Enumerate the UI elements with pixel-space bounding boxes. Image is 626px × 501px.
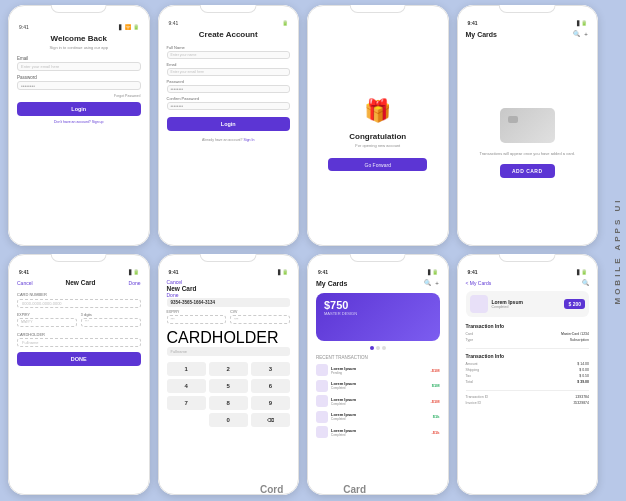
back-button[interactable]: < My Cards <box>466 280 492 286</box>
expiry-input[interactable]: *** <box>167 315 227 324</box>
numpad-1[interactable]: 1 <box>167 362 206 376</box>
merchant-icon <box>470 295 488 313</box>
done-link[interactable]: Done <box>129 280 141 286</box>
status-bar: 9:41 ▋🔋 <box>466 269 590 275</box>
numpad-0[interactable]: 0 <box>209 413 248 427</box>
phone-congratulation: 🎁 Congratulation For opening new account… <box>307 5 449 246</box>
numpad-5[interactable]: 5 <box>209 379 248 393</box>
add-icon[interactable]: ＋ <box>583 30 589 39</box>
create-account-title: Create Account <box>167 30 291 39</box>
password-label: Password <box>17 75 141 80</box>
new-card-title: New Card <box>66 279 96 286</box>
battery-icon: 🔋 <box>133 24 139 30</box>
tx-icon <box>316 380 328 392</box>
numpad-9[interactable]: 9 <box>251 396 290 410</box>
numpad: 1 2 3 4 5 6 7 8 9 0 ⌫ <box>167 362 291 427</box>
fullname-input[interactable]: Fullname <box>17 338 141 347</box>
total-row: Total $ 39.00 <box>466 380 590 384</box>
dot-1 <box>370 346 374 350</box>
numpad-7[interactable]: 7 <box>167 396 206 410</box>
add-card-button[interactable]: ADD CARD <box>500 164 555 178</box>
numpad-6[interactable]: 6 <box>251 379 290 393</box>
welcome-subtitle: Sign in to continue using our app <box>17 45 141 50</box>
dot-2 <box>376 346 380 350</box>
transaction-item: Lorem Ipsum Completed $1M <box>316 380 440 392</box>
divider <box>466 390 590 391</box>
signup-link[interactable]: Sign up <box>92 120 104 124</box>
phone-my-cards-full: 9:41 ▋🔋 My Cards 🔍 ＋ $750 MASTER DESIGN <box>307 254 449 495</box>
tx-info-title: Transaction Info <box>466 323 590 329</box>
status-bar: 9:41 ▋🔋 <box>466 20 590 26</box>
phone-new-card-numpad: 9:41 ▋🔋 Cancel New Card Done 9354-3565-1… <box>158 254 300 495</box>
numpad-4[interactable]: 4 <box>167 379 206 393</box>
card-name: MASTER DESIGN <box>324 311 432 316</box>
cvv-input[interactable]: *** <box>81 318 141 327</box>
cvv-input[interactable]: *** <box>230 315 290 324</box>
phone-notch <box>200 5 257 13</box>
password-input[interactable]: •••••••• <box>167 85 291 93</box>
recent-transactions-label: RECENT TRANSACTION <box>316 355 440 360</box>
phone-notch <box>200 254 257 262</box>
payment-info-title: Transaction Info <box>466 353 590 359</box>
congrat-title: Congratulation <box>349 132 406 141</box>
cvv-label: CVV <box>230 310 290 314</box>
fullname-display: Fullname <box>167 347 291 356</box>
search-icon[interactable]: 🔍 <box>582 279 589 286</box>
bottom-labels: Cord Card <box>260 484 366 495</box>
forgot-password-link[interactable]: Forgot Password <box>17 94 141 98</box>
numpad-8[interactable]: 8 <box>209 396 248 410</box>
status-bar: 9:41 🔋 <box>167 20 291 26</box>
fullname-label: Full Name <box>167 45 291 50</box>
tx-icon <box>316 364 328 376</box>
search-icon[interactable]: 🔍 <box>424 279 431 288</box>
card-display: $750 MASTER DESIGN <box>316 293 440 341</box>
add-icon[interactable]: ＋ <box>434 279 440 288</box>
cord-label: Cord <box>260 484 283 495</box>
phone-notch <box>50 254 107 262</box>
expiry-label: EXPIRY <box>167 310 227 314</box>
phone-notch <box>499 254 556 262</box>
expiry-label: EXPIRY <box>17 313 77 317</box>
status-bar: 9:41 ▋🔋 <box>316 269 440 275</box>
phone-notch <box>349 5 406 13</box>
cancel-link[interactable]: Cancel <box>17 280 33 286</box>
status-bar: 9:41 ▋ 🛜 🔋 <box>17 24 141 30</box>
header-icons: 🔍 ＋ <box>573 30 589 39</box>
search-icon[interactable]: 🔍 <box>573 30 580 39</box>
gift-icon: 🎁 <box>363 96 393 126</box>
tx-icon <box>316 395 328 407</box>
empty-card-text: Transactions will appear once you have a… <box>471 151 583 157</box>
numpad-2[interactable]: 2 <box>209 362 248 376</box>
battery-icon: 🔋 <box>282 20 288 26</box>
app-label-container: MOBILE APPS UI <box>613 197 622 304</box>
transaction-item: Lorem Ipsum Completed -$1k <box>316 426 440 438</box>
signal-icon: ▋ <box>119 24 123 30</box>
numpad-delete[interactable]: ⌫ <box>251 413 290 427</box>
my-cards-header: My Cards <box>466 31 498 38</box>
password-input[interactable]: •••••••• <box>17 81 141 90</box>
numpad-3[interactable]: 3 <box>251 362 290 376</box>
confirm-input[interactable]: •••••••• <box>167 102 291 110</box>
go-forward-button[interactable]: Go Forward <box>328 158 427 171</box>
login-button[interactable]: Login <box>167 117 291 131</box>
card-label: Card <box>343 484 366 495</box>
phone-transaction-detail: 9:41 ▋🔋 < My Cards 🔍 Lorem Ipsum Complet… <box>457 254 599 495</box>
email-input[interactable]: Enter your email here <box>17 62 141 71</box>
status-time: 9:41 <box>19 24 29 30</box>
fullname-input[interactable]: Enter your name <box>167 51 291 59</box>
card-number-input[interactable]: 0000-0000-0000-0000 <box>17 299 141 308</box>
wifi-icon: 🛜 <box>125 24 131 30</box>
email-input[interactable]: Enter your email here <box>167 68 291 76</box>
card-number-display: 9354-3565-1664-3134 <box>167 298 291 307</box>
expiry-input[interactable]: MM/YY <box>17 318 77 327</box>
phone-notch <box>50 5 107 13</box>
status-bar: 9:41 ▋🔋 <box>167 269 291 275</box>
merchant-status: Completed <box>492 305 523 309</box>
login-button[interactable]: Login <box>17 102 141 116</box>
done-button[interactable]: DONE <box>17 352 141 366</box>
phone-new-card-empty: 9:41 ▋🔋 Cancel New Card Done CARD NUMBER… <box>8 254 150 495</box>
signin-text: Already have an account? Sign In <box>167 138 291 142</box>
amount-row: Amount $ 14.00 <box>466 362 590 366</box>
phone-create-account: 9:41 🔋 Create Account Full Name Enter yo… <box>158 5 300 246</box>
signin-link[interactable]: Sign In <box>244 138 255 142</box>
